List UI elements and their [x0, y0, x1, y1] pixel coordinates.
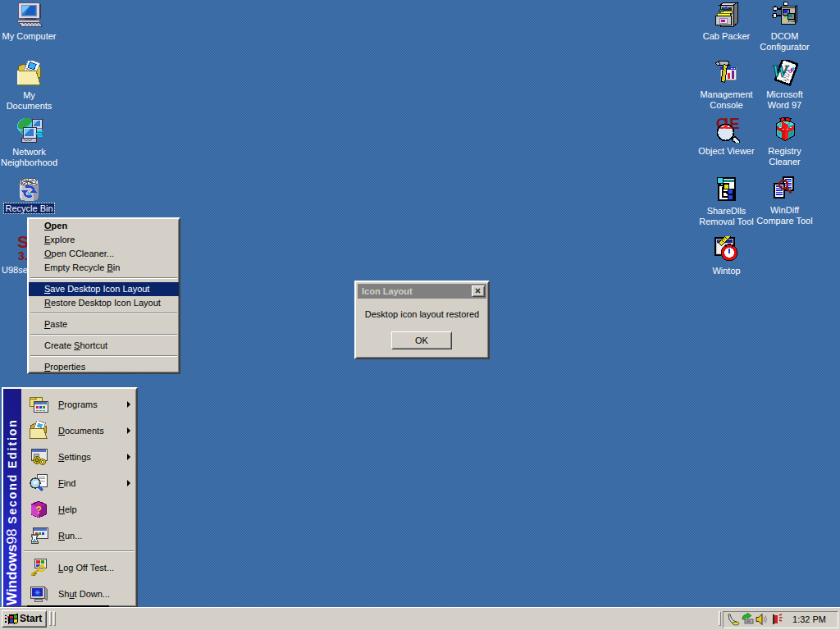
- svg-text:✳: ✳: [34, 588, 41, 597]
- svg-text:?: ?: [36, 504, 42, 516]
- svg-text:W: W: [772, 61, 789, 81]
